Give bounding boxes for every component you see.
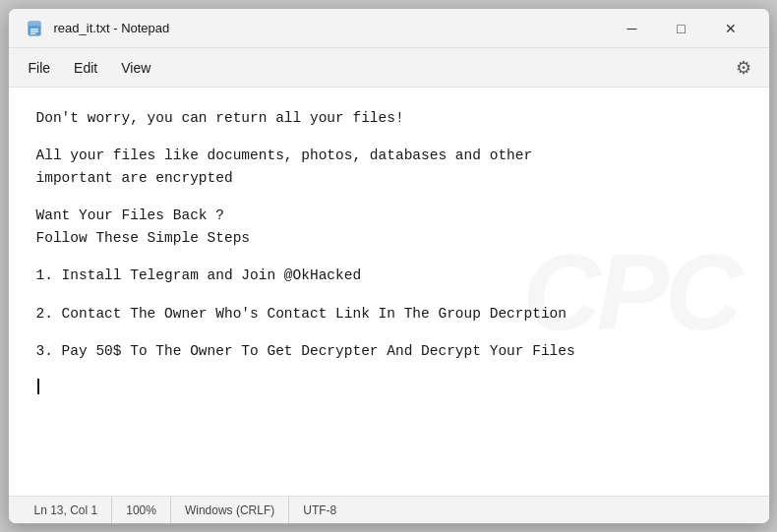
settings-icon[interactable]: ⚙ xyxy=(726,50,761,86)
title-bar: read_it.txt - Notepad ─ □ ✕ xyxy=(9,9,769,48)
status-bar: Ln 13, Col 1 100% Windows (CRLF) UTF-8 xyxy=(9,496,769,523)
line-10: 2. Contact The Owner Who's Contact Link … xyxy=(36,303,742,325)
line-1: Don't worry, you can return all your fil… xyxy=(36,107,742,129)
text-editor[interactable]: Don't worry, you can return all your fil… xyxy=(36,107,742,394)
line-5: Want Your Files Back ? Follow These Simp… xyxy=(36,205,742,249)
menu-view[interactable]: View xyxy=(109,56,162,80)
menu-right: ⚙ xyxy=(726,50,761,86)
window-title: read_it.txt - Notepad xyxy=(54,21,610,35)
line-12: 3. Pay 50$ To The Owner To Get Decrypter… xyxy=(36,340,742,362)
minimize-button[interactable]: ─ xyxy=(610,13,655,44)
editor-area[interactable]: CPC Don't worry, you can return all your… xyxy=(9,88,769,496)
encoding: UTF-8 xyxy=(289,497,350,523)
svg-rect-1 xyxy=(28,21,40,26)
line-3: All your files like documents, photos, d… xyxy=(36,145,742,189)
text-cursor xyxy=(37,379,39,394)
line-8: 1. Install Telegram and Join @OkHacked xyxy=(36,265,742,286)
window-controls: ─ □ ✕ xyxy=(610,13,753,44)
notepad-window: read_it.txt - Notepad ─ □ ✕ File Edit Vi… xyxy=(8,8,770,524)
menu-edit[interactable]: Edit xyxy=(62,56,109,80)
app-icon xyxy=(25,19,44,38)
menu-bar: File Edit View ⚙ xyxy=(9,48,769,88)
line-ending: Windows (CRLF) xyxy=(171,497,289,523)
cursor-line xyxy=(36,379,742,394)
maximize-button[interactable]: □ xyxy=(659,13,704,44)
close-button[interactable]: ✕ xyxy=(708,13,753,44)
cursor-position: Ln 13, Col 1 xyxy=(21,497,113,523)
menu-file[interactable]: File xyxy=(17,56,63,80)
zoom-level: 100% xyxy=(112,497,171,523)
